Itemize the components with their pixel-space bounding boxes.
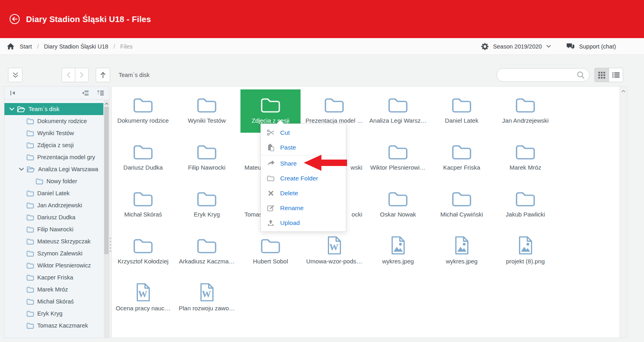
scroll-up-icon[interactable] <box>104 100 109 107</box>
grid-file-tile[interactable]: projekt (8).png <box>495 230 555 273</box>
grid-folder-tile[interactable]: Jakub Pawlicki <box>495 183 555 227</box>
grid-file-tile[interactable]: wykres.jpeg <box>368 230 428 273</box>
scroll-up-icon[interactable] <box>621 89 626 338</box>
scrollbar-thumb[interactable] <box>104 107 109 254</box>
grid-folder-tile[interactable]: Marek Mróz <box>495 136 555 180</box>
sidebar-tree-item[interactable]: Tomasz Kaczmarek <box>4 320 103 332</box>
up-directory-button[interactable] <box>96 68 110 82</box>
folder-icon <box>26 262 34 269</box>
main-scrollbar[interactable] <box>620 87 627 338</box>
collapse-toolbar-button[interactable] <box>8 68 22 82</box>
folder-icon <box>451 142 472 161</box>
file-grid-panel: Dokumenty rodziceWyniki TestówZdjęcia z … <box>111 86 627 338</box>
forward-nav-button[interactable] <box>75 68 89 82</box>
context-menu-item-delete[interactable]: Delete <box>261 186 346 200</box>
folder-icon <box>133 142 153 161</box>
grid-file-tile[interactable]: WOcena pracy nauc… <box>113 277 173 320</box>
grid-folder-tile[interactable]: Hubert Sobol <box>240 230 301 273</box>
tile-label: Jan Andrzejewski <box>495 117 555 124</box>
sidebar-scrollbar[interactable] <box>104 100 109 338</box>
context-menu-item-paste[interactable]: Paste <box>261 140 346 155</box>
folder-icon <box>26 130 34 137</box>
double-chevron-down-icon <box>12 72 19 79</box>
folder-icon <box>515 142 536 161</box>
grid-view-button[interactable] <box>595 68 609 82</box>
sidebar-tree-item[interactable]: Jan Andrzejewski <box>4 199 103 211</box>
tree-item-label: Szymon Zalewski <box>37 250 83 257</box>
grid-folder-tile[interactable]: Kacper Friska <box>432 136 492 180</box>
grid-folder-tile[interactable]: Wyniki Testów <box>177 89 237 133</box>
sidebar-tree-item[interactable]: Marek Mróz <box>4 283 103 295</box>
home-icon[interactable] <box>7 43 14 50</box>
context-menu-item-upload[interactable]: Upload <box>261 215 346 230</box>
folder-icon <box>26 190 34 197</box>
back-nav-button[interactable] <box>62 68 75 82</box>
grid-folder-tile[interactable]: Eryk Kryg <box>177 183 237 227</box>
sidebar-tree-item[interactable]: Szymon Zalewski <box>4 247 103 259</box>
grid-folder-tile[interactable]: Daniel Latek <box>432 89 492 133</box>
search-icon[interactable] <box>577 71 585 79</box>
expand-all-tree-icon[interactable] <box>97 90 104 96</box>
gear-icon <box>481 43 489 50</box>
context-menu-item-cut[interactable]: Cut <box>261 125 346 140</box>
sidebar-tree-item[interactable]: Filip Nawrocki <box>4 223 103 235</box>
sidebar-tree-item[interactable]: Dokumenty rodzice <box>4 115 103 127</box>
context-menu-item-rename[interactable]: Rename <box>261 200 346 215</box>
chevron-down-icon[interactable] <box>9 107 15 111</box>
back-icon[interactable] <box>9 14 20 24</box>
sidebar-tree-item[interactable]: Dariusz Dudka <box>4 211 103 223</box>
support-chat-link[interactable]: Support (chat) <box>566 43 616 50</box>
sidebar-tree-item[interactable]: Zdjęcia z sesji <box>4 139 103 151</box>
context-menu-item-create-folder[interactable]: Create Folder <box>261 171 346 186</box>
grid-folder-tile[interactable]: Arkadiusz Kaczma… <box>177 230 237 273</box>
tile-label: Prezentacja model … <box>304 117 364 124</box>
tree-item-label: Dariusz Dudka <box>37 214 75 221</box>
folder-icon <box>196 236 217 255</box>
grid-folder-tile[interactable]: Wiktor Plesnierowi… <box>368 136 428 180</box>
chevron-down-icon[interactable] <box>19 168 24 171</box>
grid-folder-tile[interactable]: Oskar Nowak <box>368 183 428 227</box>
grid-folder-tile[interactable]: Dariusz Dudka <box>113 136 173 180</box>
folder-open-icon <box>26 166 35 173</box>
collapse-all-tree-icon[interactable] <box>82 90 89 96</box>
menu-item-label: Rename <box>280 204 304 212</box>
sidebar-tree-item[interactable]: Analiza Legi Warszawa <box>4 163 103 175</box>
sidebar-tree-item[interactable]: Michał Skóraś <box>4 295 103 308</box>
list-view-button[interactable] <box>609 68 623 82</box>
grid-folder-tile[interactable]: Analiza Legi Warsz… <box>368 89 428 133</box>
breadcrumb-item-start[interactable]: Start <box>20 43 32 50</box>
grid-file-tile[interactable]: wykres.jpeg <box>432 230 492 273</box>
folder-icon <box>388 142 408 161</box>
grid-folder-tile[interactable]: Dokumenty rodzice <box>113 89 173 133</box>
breadcrumb-item-files: Files <box>120 43 133 50</box>
folder-icon <box>36 178 43 185</box>
sidebar-tree-item[interactable]: Kacper Friska <box>4 271 103 283</box>
grid-folder-tile[interactable]: Michał Cywiński <box>432 183 492 227</box>
sidebar-tree-item[interactable]: Mateusz Skrzypczak <box>4 235 103 247</box>
tile-label: wykres.jpeg <box>432 258 492 265</box>
grid-folder-tile[interactable]: Krzysztof Kołodziej <box>113 230 173 273</box>
grid-file-tile[interactable]: WPlan rozwoju zawo… <box>177 277 237 320</box>
sidebar-tree-item[interactable]: Team`s disk <box>4 103 103 115</box>
sidebar-tree-item[interactable]: Eryk Kryg <box>4 308 103 320</box>
grid-folder-tile[interactable]: Michał Skóraś <box>113 183 173 227</box>
sidebar-tree-item[interactable]: Daniel Latek <box>4 187 103 199</box>
tile-label: Plan rozwoju zawo… <box>177 305 237 312</box>
sidebar-tree-item[interactable]: Prezentacja model gry <box>4 151 103 163</box>
sidebar-tree-item[interactable]: Wyniki Testów <box>4 127 103 139</box>
tile-label: Marek Mróz <box>495 164 555 171</box>
menu-item-label: Delete <box>280 190 298 197</box>
sidebar-tree-item[interactable]: Wiktor Plesnierowicz <box>4 259 103 271</box>
search-input[interactable] <box>503 71 577 79</box>
breadcrumb-separator: / <box>113 43 115 50</box>
breadcrumb-item-team[interactable]: Diary Stadion Śląski U18 <box>44 43 108 50</box>
season-label: Season 2019/2020 <box>493 43 542 50</box>
page-title: Diary Stadion Śląski U18 - Files <box>26 14 151 24</box>
season-selector[interactable]: Season 2019/2020 <box>481 43 551 50</box>
chevron-left-icon <box>67 72 71 78</box>
grid-file-tile[interactable]: WUmowa-wzor-pods… <box>304 230 364 273</box>
grid-folder-tile[interactable]: Jan Andrzejewski <box>495 89 555 133</box>
collapse-panel-icon[interactable] <box>10 90 16 96</box>
grid-folder-tile[interactable]: Filip Nawrocki <box>177 136 237 180</box>
sidebar-tree-item[interactable]: Nowy folder <box>4 175 103 187</box>
